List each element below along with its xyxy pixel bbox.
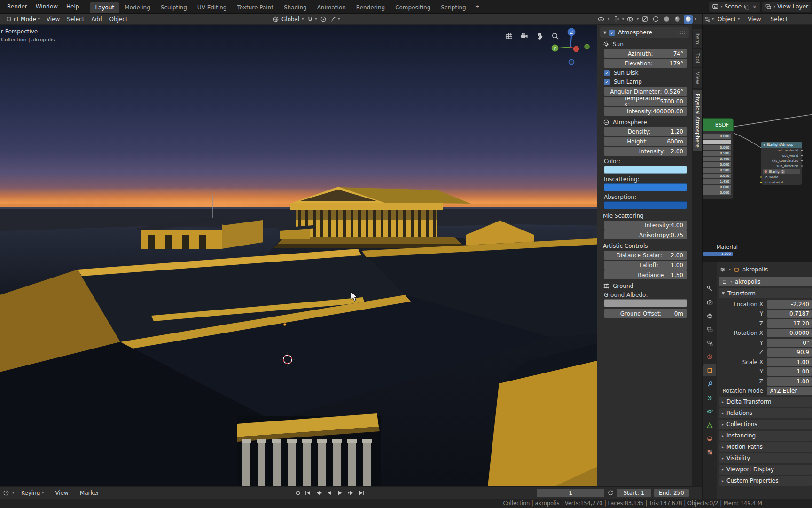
- node-input-socket[interactable]: in_material: [761, 180, 802, 185]
- tab-world[interactable]: [703, 350, 716, 363]
- tab-physics[interactable]: [703, 405, 716, 417]
- ground-offset-slider[interactable]: Ground Offset:0m: [604, 309, 687, 318]
- tab-scripting[interactable]: Scripting: [436, 2, 471, 13]
- tab-object[interactable]: [703, 364, 716, 376]
- proportional-editing-icon[interactable]: [320, 16, 327, 23]
- node-input-socket[interactable]: in_world: [761, 175, 802, 180]
- node-slider[interactable]: 1.450: [702, 179, 731, 184]
- keying-menu[interactable]: Keying▾: [17, 488, 48, 498]
- node-slider[interactable]: 0.500: [702, 168, 731, 173]
- shader-editor[interactable]: BSDF 0.000 0.000 0.500 0.400 0.000 0.500…: [702, 25, 812, 262]
- sun-intensity-slider[interactable]: Intensity:400000.00: [604, 107, 687, 116]
- tab-physical-atmosphere[interactable]: Physical Atmosphere: [693, 90, 702, 151]
- tab-uv-editing[interactable]: UV Editing: [192, 2, 232, 13]
- add-workspace-button[interactable]: +: [471, 1, 484, 12]
- copy-scene-icon[interactable]: [743, 4, 750, 10]
- mode-selector[interactable]: ct Mode ▾: [3, 14, 43, 24]
- tab-rendering[interactable]: Rendering: [351, 2, 390, 13]
- pan-hand-icon[interactable]: [534, 30, 545, 41]
- object-origin-dot[interactable]: [283, 323, 286, 326]
- orientation-globe-icon[interactable]: Global ▾: [273, 16, 304, 23]
- tab-modifiers[interactable]: [703, 378, 716, 390]
- prev-keyframe-icon[interactable]: [315, 490, 322, 496]
- shading-wireframe-icon[interactable]: [651, 15, 660, 24]
- node-slider[interactable]: 0.000: [702, 145, 731, 150]
- scale-x-field[interactable]: 1.00: [767, 358, 812, 366]
- atmosphere-panel-header[interactable]: ▼ ✓ Atmosphere ∷∷: [600, 27, 689, 38]
- node-output-socket[interactable]: sun_direction: [761, 163, 802, 168]
- breadcrumb-object-name[interactable]: akropolis: [742, 266, 768, 273]
- play-reverse-icon[interactable]: [326, 490, 333, 496]
- tab-particles[interactable]: [703, 391, 716, 404]
- atmosphere-enable-checkbox[interactable]: ✓: [609, 30, 615, 36]
- jump-to-end-icon[interactable]: [358, 490, 366, 496]
- shading-solid-icon[interactable]: [662, 15, 671, 24]
- tab-tool[interactable]: [703, 282, 716, 294]
- section-viewport-display[interactable]: ▸Viewport Display: [719, 465, 812, 475]
- panel-grip-icon[interactable]: ∷∷: [678, 30, 686, 36]
- tab-tool[interactable]: Tool: [693, 49, 702, 67]
- tab-animation[interactable]: Animation: [312, 2, 351, 13]
- color-swatch[interactable]: [604, 166, 687, 174]
- sun-lamp-checkbox[interactable]: ✓Sun Lamp: [604, 78, 687, 86]
- temperature-slider[interactable]: Temperature K:5700.00: [604, 97, 687, 106]
- node-slider[interactable]: 0.030: [702, 174, 731, 178]
- mie-intensity-slider[interactable]: Intensity:4.00: [604, 221, 687, 230]
- jump-to-start-icon[interactable]: [304, 490, 312, 496]
- 3d-viewport[interactable]: r Perspective Collection | akropolis Z Y…: [0, 25, 702, 486]
- view-layer-selector[interactable]: ▾ View Layer: [762, 2, 811, 12]
- tab-render[interactable]: [703, 296, 716, 308]
- tab-item[interactable]: Item: [693, 29, 702, 48]
- camera-view-icon[interactable]: [518, 30, 530, 41]
- inscattering-swatch[interactable]: [604, 183, 687, 191]
- node-output-socket[interactable]: out_material: [761, 148, 802, 153]
- menu-view[interactable]: View: [43, 15, 63, 24]
- menu-marker[interactable]: Marker: [76, 488, 103, 498]
- starlight-atmosphere-node[interactable]: ▼ StarlightAtmosp out_material out_world…: [761, 141, 802, 185]
- visibility-eye-icon[interactable]: [597, 15, 606, 24]
- socket-dot[interactable]: [760, 181, 762, 183]
- socket-dot[interactable]: [801, 154, 803, 157]
- node-slider[interactable]: 1.000: [703, 252, 733, 256]
- chevron-down-icon[interactable]: ▾: [729, 268, 731, 271]
- preview-range-icon[interactable]: [607, 490, 614, 496]
- rotation-x-field[interactable]: -0.0000: [767, 329, 812, 337]
- sun-radiance-gamma-slider[interactable]: Sun Radiance Gamma:1.50: [604, 270, 687, 279]
- socket-dot[interactable]: [801, 165, 803, 167]
- bsdf-node-header[interactable]: BSDF: [702, 118, 734, 131]
- atmosphere-intensity-slider[interactable]: Intensity:2.00: [604, 147, 687, 156]
- section-motion-paths[interactable]: ▸Motion Paths: [719, 442, 812, 452]
- tab-material[interactable]: [703, 432, 716, 444]
- elevation-slider[interactable]: Elevation:179°: [604, 59, 687, 68]
- location-x-field[interactable]: -2.240: [767, 300, 812, 309]
- height-slider[interactable]: Height:600m: [604, 137, 687, 146]
- sun-disk-checkbox[interactable]: ✓Sun Disk: [604, 69, 687, 77]
- chevron-down-icon[interactable]: ▾: [12, 491, 14, 495]
- socket-dot[interactable]: [801, 149, 803, 151]
- rotation-z-field[interactable]: 90.9: [767, 348, 812, 357]
- material-output-node[interactable]: 1.000: [703, 251, 733, 257]
- current-frame-field[interactable]: 1: [537, 489, 604, 497]
- shading-material-icon[interactable]: [673, 15, 682, 24]
- menu-view[interactable]: View: [743, 15, 765, 24]
- node-slider[interactable]: ness:0.000: [702, 190, 731, 195]
- section-collections[interactable]: ▸Collections: [719, 420, 812, 429]
- editor-type-icon[interactable]: [719, 266, 726, 273]
- start-frame-field[interactable]: Start:1: [617, 489, 651, 497]
- tab-texture-paint[interactable]: Texture Paint: [232, 2, 278, 13]
- rotation-mode-dropdown[interactable]: XYZ Euler: [767, 387, 812, 395]
- starlight-node-header[interactable]: ▼ StarlightAtmosp: [761, 142, 802, 148]
- tab-shading[interactable]: Shading: [279, 2, 312, 13]
- section-instancing[interactable]: ▸Instancing: [719, 431, 812, 441]
- node-datablock-selector[interactable]: Starlig 2: [763, 169, 800, 174]
- tab-compositing[interactable]: Compositing: [390, 2, 436, 13]
- angular-diameter-slider[interactable]: Angular Diameter:0.526°: [604, 87, 687, 96]
- snap-magnet-icon[interactable]: ▾: [307, 16, 317, 23]
- bsdf-node[interactable]: BSDF 0.000 0.000 0.500 0.400 0.000 0.500…: [702, 118, 734, 199]
- menu-help[interactable]: Help: [62, 2, 83, 11]
- density-slider[interactable]: Density:1.20: [604, 127, 687, 136]
- section-custom-properties[interactable]: ▸Custom Properties: [719, 476, 812, 486]
- socket-dot[interactable]: [760, 176, 762, 178]
- menu-render[interactable]: Render: [3, 2, 31, 11]
- tab-layout[interactable]: Layout: [90, 2, 119, 13]
